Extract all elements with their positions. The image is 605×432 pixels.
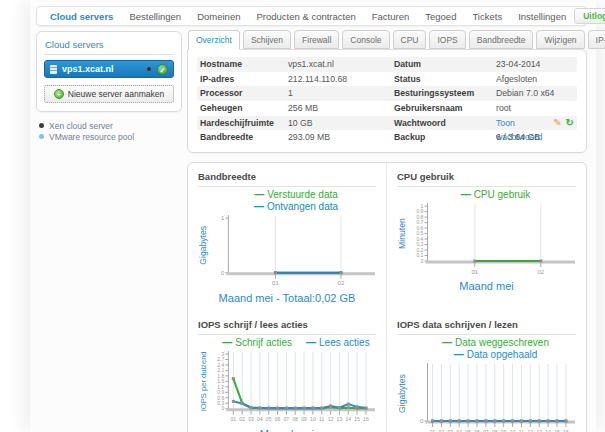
svg-text:0.7: 0.7 <box>416 219 423 225</box>
tab-iops[interactable]: IOPS <box>429 30 465 49</box>
nav-item-tegoed[interactable]: Tegoed <box>417 11 464 22</box>
nav-item-tickets[interactable]: Tickets <box>464 11 510 22</box>
tab-ip-adressen[interactable]: IP-adressen <box>588 30 605 49</box>
server-type-legend-item: VMware resource pool <box>39 131 182 142</box>
legend-label: Verstuurde data <box>267 189 338 200</box>
chart-title: IOPS schrijf / lees acties <box>198 317 376 335</box>
svg-text:07: 07 <box>284 416 290 422</box>
svg-text:0.3: 0.3 <box>416 241 423 247</box>
svg-text:02: 02 <box>338 280 345 286</box>
legend-label: Schrijf acties <box>235 337 292 348</box>
info-value: 10 GB <box>288 116 394 131</box>
main-content: OverzichtSchijvenFirewallConsoleCPUIOPSB… <box>187 30 587 432</box>
chart-plot-bandbreedte: 010102Gigabytes <box>198 213 376 292</box>
sidebar: Cloud servers vps1.xcat.nl Nieuwe server… <box>36 31 182 142</box>
svg-text:1.8: 1.8 <box>217 373 224 379</box>
legend-line-icon: — <box>306 337 316 348</box>
legend-entry: —Data weggeschreven <box>442 337 549 349</box>
svg-text:0.3: 0.3 <box>217 400 224 406</box>
nav-item-facturen[interactable]: Facturen <box>364 11 418 22</box>
tab-schijven[interactable]: Schijven <box>243 30 291 49</box>
svg-text:16: 16 <box>363 416 369 422</box>
top-navigation: Cloud serversBestellingenDomeinenProduct… <box>36 6 587 26</box>
chart-legend: —Schrijf acties—Lees acties <box>198 337 376 349</box>
info-label: Besturingssysteem <box>394 86 496 101</box>
svg-text:13: 13 <box>337 416 343 422</box>
info-label: Hardeschijfruimte <box>200 116 288 131</box>
chart-title: Bandbreedte <box>198 169 376 187</box>
refresh-icon[interactable] <box>566 116 574 131</box>
tab-bandbreedte[interactable]: Bandbreedte <box>469 30 534 49</box>
show-password-link[interactable]: Toon wachtwoord <box>496 116 553 131</box>
server-type-legend-item: Xen cloud server <box>39 120 182 131</box>
charts-panel: Bandbreedte—Verstuurde data—Ontvangen da… <box>187 162 587 432</box>
chart-bandbreedte: Bandbreedte—Verstuurde data—Ontvangen da… <box>188 163 387 311</box>
chart-xlabel: Maand mei <box>198 428 376 432</box>
chart-title: CPU gebruik <box>397 169 576 187</box>
table-row: Geheugen256 MBGebruikersnaamroot <box>197 101 577 116</box>
plus-icon <box>54 89 64 99</box>
svg-text:03: 03 <box>248 416 254 422</box>
table-row: Bandbreedte293.09 MBBackup6 / 3.64 GB <box>197 130 577 145</box>
legend-label: Xen cloud server <box>49 121 113 131</box>
server-overview-panel: Hostnamevps1.xcat.nlDatum23-04-2014IP-ad… <box>187 49 587 153</box>
nav-item-producten-contracten[interactable]: Producten & contracten <box>248 11 363 22</box>
svg-text:05: 05 <box>266 416 272 422</box>
nav-item-domeinen[interactable]: Domeinen <box>189 11 248 22</box>
legend-line-icon: — <box>454 349 464 360</box>
info-label: Gebruikersnaam <box>394 101 496 116</box>
nav-item-cloud-servers[interactable]: Cloud servers <box>42 11 121 22</box>
svg-text:10: 10 <box>310 416 316 422</box>
info-label: Geheugen <box>200 101 288 116</box>
chart-legend: —Verstuurde data—Ontvangen data <box>198 189 376 213</box>
svg-text:2.1: 2.1 <box>217 367 224 373</box>
svg-text:14: 14 <box>345 416 351 422</box>
info-value: Afgesloten <box>496 72 574 87</box>
sidebar-title: Cloud servers <box>44 37 174 55</box>
info-label: Datum <box>394 57 496 72</box>
status-dot-icon <box>147 67 151 71</box>
pencil-icon[interactable] <box>553 116 561 131</box>
svg-text:0.8: 0.8 <box>416 214 423 220</box>
nav-items: Cloud serversBestellingenDomeinenProduct… <box>42 11 574 22</box>
tab-wijzigen[interactable]: Wijzigen <box>536 30 584 49</box>
new-server-button[interactable]: Nieuwe server aanmaken <box>44 85 174 103</box>
chart-xlabel: Maand mei - Totaal:0,02 GB <box>198 292 376 304</box>
nav-item-bestellingen[interactable]: Bestellingen <box>121 11 189 22</box>
info-value: Debian 7.0 x64 <box>496 86 574 101</box>
logout-button[interactable]: Uitloggen <box>574 8 605 24</box>
chart-plot-iops-data: 001020304050607080910111213141516Gigabyt… <box>397 361 576 432</box>
sidebar-item-server[interactable]: vps1.xcat.nl <box>44 60 174 78</box>
legend-line-icon: — <box>254 201 264 212</box>
server-icon <box>50 65 57 74</box>
tab-overzicht[interactable]: Overzicht <box>188 30 240 50</box>
svg-text:0.6: 0.6 <box>217 395 224 401</box>
chart-title: IOPS data schrijven / lezen <box>397 317 576 335</box>
row-icons <box>553 116 574 131</box>
info-value: 23-04-2014 <box>496 57 574 72</box>
table-row: Hostnamevps1.xcat.nlDatum23-04-2014 <box>197 57 577 72</box>
table-row: Processor1BesturingssysteemDebian 7.0 x6… <box>197 86 577 101</box>
legend-entry: —Data opgehaald <box>454 349 538 361</box>
chart-legend: —Data weggeschreven—Data opgehaald <box>397 337 576 361</box>
tab-console[interactable]: Console <box>342 30 389 49</box>
info-label: Backup <box>394 130 496 145</box>
tab-cpu[interactable]: CPU <box>393 30 427 49</box>
nav-item-instellingen[interactable]: Instellingen <box>510 11 574 22</box>
info-label: Bandbreedte <box>200 130 288 145</box>
legend-entry: —Lees acties <box>306 337 370 349</box>
legend-bullet-icon <box>39 134 44 139</box>
legend-label: CPU gebruik <box>474 189 531 200</box>
chart-ylabel: Gigabytes <box>198 226 208 265</box>
svg-text:12: 12 <box>328 416 334 422</box>
svg-text:02: 02 <box>537 268 544 275</box>
new-server-label: Nieuwe server aanmaken <box>68 89 164 99</box>
chart-ylabel: Gigabytes <box>397 374 407 413</box>
svg-text:09: 09 <box>301 416 307 422</box>
svg-text:06: 06 <box>275 416 281 422</box>
chart-legend: —CPU gebruik <box>397 189 576 201</box>
tab-firewall[interactable]: Firewall <box>294 30 339 49</box>
app-window: Cloud serversBestellingenDomeinenProduct… <box>30 0 596 432</box>
svg-text:04: 04 <box>257 416 263 422</box>
chart-xlabel: Maand mei <box>397 280 576 292</box>
